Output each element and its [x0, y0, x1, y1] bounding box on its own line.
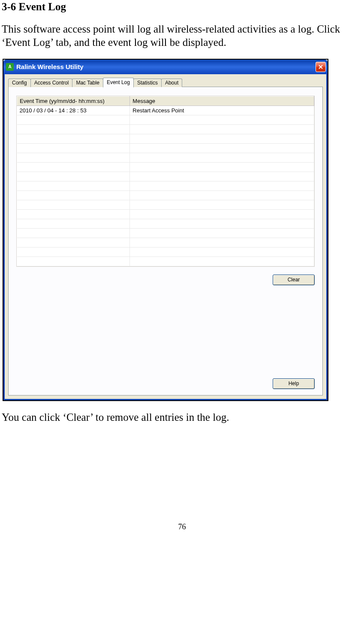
cell-event-time [17, 124, 130, 134]
tab-about[interactable]: About [161, 78, 182, 87]
titlebar[interactable]: Ralink Wireless Utility [3, 60, 328, 74]
cell-message [130, 181, 314, 190]
cell-event-time [17, 115, 130, 124]
table-row[interactable]: 2010 / 03 / 04 - 14 : 28 : 53Restart Acc… [17, 106, 314, 115]
table-row[interactable] [17, 219, 314, 228]
cell-message [130, 190, 314, 200]
table-row[interactable] [17, 190, 314, 200]
cell-message [130, 200, 314, 209]
page-number: 76 [2, 522, 362, 531]
table-row[interactable] [17, 228, 314, 238]
cell-event-time: 2010 / 03 / 04 - 14 : 28 : 53 [17, 106, 130, 115]
cell-message [130, 247, 314, 257]
close-icon [318, 64, 323, 69]
cell-message [130, 228, 314, 238]
cell-message [130, 219, 314, 228]
table-row[interactable] [17, 209, 314, 219]
column-header-message[interactable]: Message [130, 96, 314, 106]
table-row[interactable] [17, 134, 314, 143]
tab-content: Event Time (yy/mm/dd- hh:mm:ss) Message … [8, 87, 323, 395]
tab-strip: Config Access Control Mac Table Event Lo… [8, 78, 323, 87]
cell-event-time [17, 143, 130, 153]
cell-message: Restart Access Point [130, 106, 314, 115]
table-row[interactable] [17, 124, 314, 134]
window-body: Config Access Control Mac Table Event Lo… [3, 74, 328, 400]
table-row[interactable] [17, 181, 314, 190]
tab-mac-table[interactable]: Mac Table [72, 78, 103, 87]
cell-message [130, 238, 314, 247]
table-row[interactable] [17, 115, 314, 124]
app-icon [6, 63, 14, 71]
tab-statistics[interactable]: Statistics [133, 78, 162, 87]
help-button[interactable]: Help [273, 378, 315, 389]
cell-message [130, 257, 314, 266]
window-title: Ralink Wireless Utility [16, 63, 316, 70]
cell-event-time [17, 247, 130, 257]
cell-event-time [17, 238, 130, 247]
table-row[interactable] [17, 172, 314, 181]
cell-event-time [17, 228, 130, 238]
cell-message [130, 172, 314, 181]
column-header-time[interactable]: Event Time (yy/mm/dd- hh:mm:ss) [17, 96, 130, 106]
table-row[interactable] [17, 238, 314, 247]
cell-message [130, 153, 314, 162]
screenshot-window: Ralink Wireless Utility Config Access Co… [3, 59, 328, 401]
event-log-table-wrap: Event Time (yy/mm/dd- hh:mm:ss) Message … [16, 96, 315, 267]
table-row[interactable] [17, 257, 314, 266]
cell-event-time [17, 172, 130, 181]
tab-config[interactable]: Config [8, 78, 31, 87]
table-row[interactable] [17, 162, 314, 172]
close-button[interactable] [316, 62, 326, 72]
cell-message [130, 209, 314, 219]
table-row[interactable] [17, 200, 314, 209]
cell-event-time [17, 134, 130, 143]
cell-message [130, 124, 314, 134]
section-heading: 3-6 Event Log [2, 1, 362, 13]
table-row[interactable] [17, 153, 314, 162]
cell-message [130, 115, 314, 124]
cell-event-time [17, 219, 130, 228]
cell-message [130, 143, 314, 153]
cell-event-time [17, 200, 130, 209]
cell-message [130, 134, 314, 143]
cell-event-time [17, 190, 130, 200]
cell-event-time [17, 181, 130, 190]
cell-event-time [17, 162, 130, 172]
outro-paragraph: You can click ‘Clear’ to remove all entr… [2, 411, 362, 424]
intro-paragraph: This software access point will log all … [2, 22, 362, 49]
table-row[interactable] [17, 247, 314, 257]
tab-event-log[interactable]: Event Log [103, 78, 134, 88]
cell-message [130, 162, 314, 172]
event-log-table: Event Time (yy/mm/dd- hh:mm:ss) Message … [17, 96, 314, 266]
cell-event-time [17, 257, 130, 266]
cell-event-time [17, 209, 130, 219]
cell-event-time [17, 153, 130, 162]
clear-button[interactable]: Clear [273, 275, 315, 285]
tab-access-control[interactable]: Access Control [30, 78, 73, 87]
table-row[interactable] [17, 143, 314, 153]
